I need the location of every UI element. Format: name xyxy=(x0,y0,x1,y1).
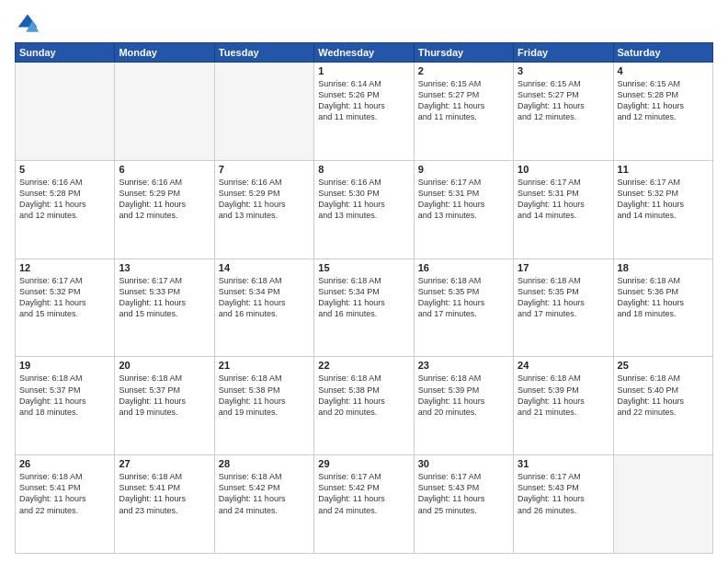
day-number: 5 xyxy=(19,164,110,175)
day-number: 7 xyxy=(219,164,310,175)
calendar-cell: 25Sunrise: 6:18 AM Sunset: 5:40 PM Dayli… xyxy=(613,357,712,455)
day-number: 27 xyxy=(119,458,210,469)
weekday-header: Sunday xyxy=(16,43,115,63)
day-number: 6 xyxy=(119,164,210,175)
calendar-cell: 26Sunrise: 6:18 AM Sunset: 5:41 PM Dayli… xyxy=(16,455,115,554)
day-info: Sunrise: 6:18 AM Sunset: 5:37 PM Dayligh… xyxy=(19,373,110,418)
day-number: 20 xyxy=(119,360,210,371)
day-info: Sunrise: 6:18 AM Sunset: 5:42 PM Dayligh… xyxy=(219,471,310,516)
calendar-cell: 29Sunrise: 6:17 AM Sunset: 5:42 PM Dayli… xyxy=(314,455,414,554)
logo xyxy=(15,11,44,37)
calendar-cell: 30Sunrise: 6:17 AM Sunset: 5:43 PM Dayli… xyxy=(414,455,513,554)
calendar-cell: 4Sunrise: 6:15 AM Sunset: 5:28 PM Daylig… xyxy=(613,63,712,161)
weekday-header: Tuesday xyxy=(214,43,313,63)
day-number: 26 xyxy=(19,458,110,469)
calendar-table: SundayMondayTuesdayWednesdayThursdayFrid… xyxy=(15,42,713,554)
day-number: 14 xyxy=(219,262,310,273)
calendar-cell: 19Sunrise: 6:18 AM Sunset: 5:37 PM Dayli… xyxy=(16,357,115,455)
weekday-header: Monday xyxy=(115,43,214,63)
calendar-cell: 31Sunrise: 6:17 AM Sunset: 5:43 PM Dayli… xyxy=(514,455,613,554)
calendar-cell: 21Sunrise: 6:18 AM Sunset: 5:38 PM Dayli… xyxy=(214,357,313,455)
day-info: Sunrise: 6:16 AM Sunset: 5:30 PM Dayligh… xyxy=(318,177,409,222)
calendar-cell: 24Sunrise: 6:18 AM Sunset: 5:39 PM Dayli… xyxy=(514,357,613,455)
day-number: 11 xyxy=(618,164,709,175)
day-info: Sunrise: 6:18 AM Sunset: 5:34 PM Dayligh… xyxy=(318,275,409,320)
day-info: Sunrise: 6:17 AM Sunset: 5:33 PM Dayligh… xyxy=(119,275,210,320)
day-info: Sunrise: 6:18 AM Sunset: 5:38 PM Dayligh… xyxy=(318,373,409,418)
weekday-header: Wednesday xyxy=(314,43,414,63)
day-info: Sunrise: 6:18 AM Sunset: 5:41 PM Dayligh… xyxy=(119,471,210,516)
calendar-cell: 2Sunrise: 6:15 AM Sunset: 5:27 PM Daylig… xyxy=(414,63,513,161)
calendar-cell xyxy=(16,63,115,161)
calendar-cell: 7Sunrise: 6:16 AM Sunset: 5:29 PM Daylig… xyxy=(214,160,313,259)
calendar-cell: 14Sunrise: 6:18 AM Sunset: 5:34 PM Dayli… xyxy=(214,259,313,357)
day-info: Sunrise: 6:15 AM Sunset: 5:27 PM Dayligh… xyxy=(518,78,609,123)
day-number: 10 xyxy=(518,164,609,175)
calendar-cell: 15Sunrise: 6:18 AM Sunset: 5:34 PM Dayli… xyxy=(314,259,414,357)
calendar-cell: 27Sunrise: 6:18 AM Sunset: 5:41 PM Dayli… xyxy=(115,455,214,554)
day-number: 3 xyxy=(518,65,609,76)
weekday-header: Friday xyxy=(514,43,613,63)
day-info: Sunrise: 6:18 AM Sunset: 5:41 PM Dayligh… xyxy=(19,471,110,516)
calendar-cell: 3Sunrise: 6:15 AM Sunset: 5:27 PM Daylig… xyxy=(514,63,613,161)
calendar-cell: 5Sunrise: 6:16 AM Sunset: 5:28 PM Daylig… xyxy=(16,160,115,259)
day-info: Sunrise: 6:17 AM Sunset: 5:32 PM Dayligh… xyxy=(618,177,709,222)
day-info: Sunrise: 6:18 AM Sunset: 5:38 PM Dayligh… xyxy=(219,373,310,418)
day-number: 15 xyxy=(318,262,409,273)
logo-icon xyxy=(15,11,40,37)
calendar-cell: 9Sunrise: 6:17 AM Sunset: 5:31 PM Daylig… xyxy=(414,160,513,259)
day-info: Sunrise: 6:15 AM Sunset: 5:28 PM Dayligh… xyxy=(618,78,709,123)
day-number: 19 xyxy=(19,360,110,371)
day-info: Sunrise: 6:18 AM Sunset: 5:39 PM Dayligh… xyxy=(418,373,509,418)
day-info: Sunrise: 6:18 AM Sunset: 5:37 PM Dayligh… xyxy=(119,373,210,418)
day-info: Sunrise: 6:18 AM Sunset: 5:40 PM Dayligh… xyxy=(618,373,709,418)
weekday-header: Thursday xyxy=(414,43,513,63)
day-number: 24 xyxy=(518,360,609,371)
day-number: 22 xyxy=(318,360,409,371)
day-number: 8 xyxy=(318,164,409,175)
day-number: 12 xyxy=(19,262,110,273)
day-info: Sunrise: 6:14 AM Sunset: 5:26 PM Dayligh… xyxy=(318,78,409,123)
day-info: Sunrise: 6:16 AM Sunset: 5:29 PM Dayligh… xyxy=(219,177,310,222)
calendar-week-row: 5Sunrise: 6:16 AM Sunset: 5:28 PM Daylig… xyxy=(16,160,713,259)
day-info: Sunrise: 6:17 AM Sunset: 5:43 PM Dayligh… xyxy=(418,471,509,516)
calendar-cell: 16Sunrise: 6:18 AM Sunset: 5:35 PM Dayli… xyxy=(414,259,513,357)
day-number: 31 xyxy=(518,458,609,469)
calendar-cell: 18Sunrise: 6:18 AM Sunset: 5:36 PM Dayli… xyxy=(613,259,712,357)
calendar-cell: 12Sunrise: 6:17 AM Sunset: 5:32 PM Dayli… xyxy=(16,259,115,357)
calendar-week-row: 12Sunrise: 6:17 AM Sunset: 5:32 PM Dayli… xyxy=(16,259,713,357)
day-number: 30 xyxy=(418,458,509,469)
weekday-header: Saturday xyxy=(613,43,712,63)
day-info: Sunrise: 6:15 AM Sunset: 5:27 PM Dayligh… xyxy=(418,78,509,123)
calendar-cell: 22Sunrise: 6:18 AM Sunset: 5:38 PM Dayli… xyxy=(314,357,414,455)
calendar-cell: 13Sunrise: 6:17 AM Sunset: 5:33 PM Dayli… xyxy=(115,259,214,357)
calendar-cell: 8Sunrise: 6:16 AM Sunset: 5:30 PM Daylig… xyxy=(314,160,414,259)
calendar-body: 1Sunrise: 6:14 AM Sunset: 5:26 PM Daylig… xyxy=(16,63,713,554)
day-number: 28 xyxy=(219,458,310,469)
calendar-week-row: 26Sunrise: 6:18 AM Sunset: 5:41 PM Dayli… xyxy=(16,455,713,554)
day-number: 21 xyxy=(219,360,310,371)
calendar-cell xyxy=(115,63,214,161)
day-info: Sunrise: 6:18 AM Sunset: 5:39 PM Dayligh… xyxy=(518,373,609,418)
day-info: Sunrise: 6:17 AM Sunset: 5:43 PM Dayligh… xyxy=(518,471,609,516)
calendar-cell: 17Sunrise: 6:18 AM Sunset: 5:35 PM Dayli… xyxy=(514,259,613,357)
calendar-cell: 1Sunrise: 6:14 AM Sunset: 5:26 PM Daylig… xyxy=(314,63,414,161)
day-info: Sunrise: 6:17 AM Sunset: 5:31 PM Dayligh… xyxy=(518,177,609,222)
day-info: Sunrise: 6:18 AM Sunset: 5:35 PM Dayligh… xyxy=(518,275,609,320)
calendar-cell: 23Sunrise: 6:18 AM Sunset: 5:39 PM Dayli… xyxy=(414,357,513,455)
day-info: Sunrise: 6:18 AM Sunset: 5:34 PM Dayligh… xyxy=(219,275,310,320)
calendar-cell xyxy=(613,455,712,554)
day-number: 25 xyxy=(618,360,709,371)
calendar-cell: 10Sunrise: 6:17 AM Sunset: 5:31 PM Dayli… xyxy=(514,160,613,259)
day-info: Sunrise: 6:18 AM Sunset: 5:36 PM Dayligh… xyxy=(618,275,709,320)
day-number: 16 xyxy=(418,262,509,273)
calendar-cell: 11Sunrise: 6:17 AM Sunset: 5:32 PM Dayli… xyxy=(613,160,712,259)
day-number: 9 xyxy=(418,164,509,175)
day-number: 29 xyxy=(318,458,409,469)
day-info: Sunrise: 6:16 AM Sunset: 5:29 PM Dayligh… xyxy=(119,177,210,222)
page: SundayMondayTuesdayWednesdayThursdayFrid… xyxy=(0,0,728,563)
day-number: 23 xyxy=(418,360,509,371)
calendar-cell: 6Sunrise: 6:16 AM Sunset: 5:29 PM Daylig… xyxy=(115,160,214,259)
day-info: Sunrise: 6:17 AM Sunset: 5:32 PM Dayligh… xyxy=(19,275,110,320)
day-number: 17 xyxy=(518,262,609,273)
